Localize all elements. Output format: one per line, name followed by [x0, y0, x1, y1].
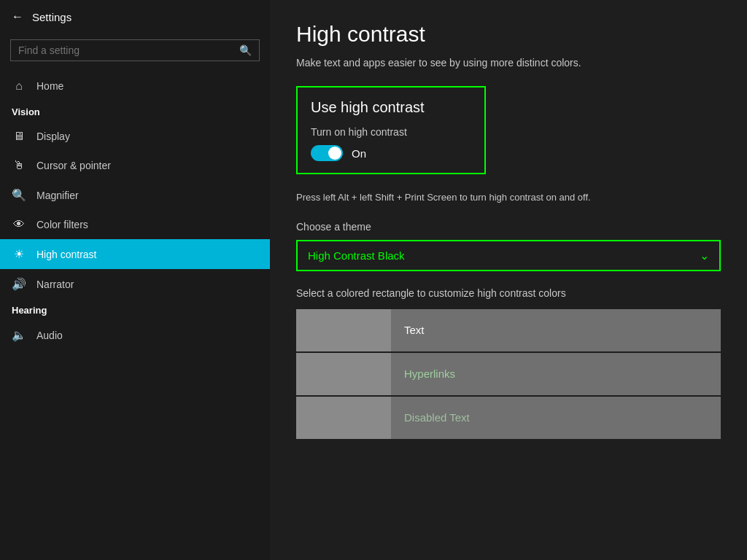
app-title: Settings	[32, 11, 71, 23]
color-swatch-hyperlinks	[296, 353, 391, 395]
choose-theme-label: Choose a theme	[296, 221, 721, 233]
page-title: High contrast	[296, 22, 721, 47]
color-row-text-label: Text	[391, 309, 425, 351]
home-icon: ⌂	[12, 79, 26, 93]
sidebar-item-cursor[interactable]: 🖱 Cursor & pointer	[0, 151, 270, 180]
theme-dropdown[interactable]: High Contrast Black ⌄	[296, 240, 721, 271]
color-rects: Text Hyperlinks Disabled Text	[296, 309, 721, 440]
hc-toggle-label: Turn on high contrast	[311, 126, 471, 138]
color-rect-label: Select a colored rectangle to customize …	[296, 287, 721, 299]
color-rect-row-text[interactable]: Text	[296, 309, 721, 351]
sidebar-item-color-filters[interactable]: 👁 Color filters	[0, 210, 270, 239]
sidebar-item-audio[interactable]: 🔈 Audio	[0, 320, 270, 350]
high-contrast-toggle[interactable]	[311, 145, 343, 161]
search-icon: 🔍	[239, 44, 252, 56]
title-bar: ← Settings	[0, 0, 270, 34]
section-hearing: Hearing	[0, 299, 270, 320]
color-rect-row-disabled[interactable]: Disabled Text	[296, 397, 721, 439]
sidebar-item-color-filters-label: Color filters	[36, 219, 88, 230]
narrator-icon: 🔊	[12, 277, 26, 291]
chevron-down-icon: ⌄	[700, 249, 709, 262]
sidebar-item-high-contrast-label: High contrast	[36, 249, 96, 260]
sidebar-item-cursor-label: Cursor & pointer	[36, 160, 111, 171]
magnifier-icon: 🔍	[12, 188, 26, 202]
page-subtitle: Make text and apps easier to see by usin…	[296, 57, 721, 69]
sidebar-item-display[interactable]: 🖥 Display	[0, 122, 270, 151]
use-high-contrast-box: Use high contrast Turn on high contrast …	[296, 86, 486, 174]
main-content: High contrast Make text and apps easier …	[270, 0, 747, 560]
cursor-icon: 🖱	[12, 159, 26, 172]
hc-box-title: Use high contrast	[311, 99, 471, 116]
search-input[interactable]	[18, 44, 239, 56]
sidebar-item-narrator[interactable]: 🔊 Narrator	[0, 269, 270, 299]
display-icon: 🖥	[12, 130, 26, 143]
theme-selected-label: High Contrast Black	[308, 249, 405, 262]
sidebar-item-narrator-label: Narrator	[36, 279, 74, 290]
toggle-state-label: On	[352, 147, 366, 160]
color-row-disabled-label: Disabled Text	[391, 397, 470, 439]
section-vision: Vision	[0, 101, 270, 122]
sidebar-item-magnifier-label: Magnifier	[36, 190, 79, 201]
shortcut-text: Press left Alt + left Shift + Print Scre…	[296, 190, 721, 205]
back-button[interactable]: ←	[12, 10, 23, 23]
sidebar: ← Settings 🔍 ⌂ Home Vision 🖥 Display 🖱 C…	[0, 0, 270, 560]
sidebar-item-home[interactable]: ⌂ Home	[0, 71, 270, 101]
audio-icon: 🔈	[12, 328, 26, 342]
sidebar-item-home-label: Home	[36, 80, 63, 92]
sidebar-item-high-contrast[interactable]: ☀ High contrast	[0, 239, 270, 269]
sidebar-item-audio-label: Audio	[36, 330, 63, 341]
high-contrast-icon: ☀	[12, 247, 26, 261]
color-filters-icon: 👁	[12, 218, 26, 231]
toggle-row: On	[311, 145, 471, 161]
sidebar-item-magnifier[interactable]: 🔍 Magnifier	[0, 180, 270, 210]
color-swatch-text	[296, 309, 391, 351]
search-box[interactable]: 🔍	[10, 39, 260, 61]
color-row-hyperlinks-label: Hyperlinks	[391, 353, 455, 395]
sidebar-item-display-label: Display	[36, 131, 70, 142]
color-rect-row-hyperlinks[interactable]: Hyperlinks	[296, 353, 721, 395]
color-swatch-disabled	[296, 397, 391, 439]
